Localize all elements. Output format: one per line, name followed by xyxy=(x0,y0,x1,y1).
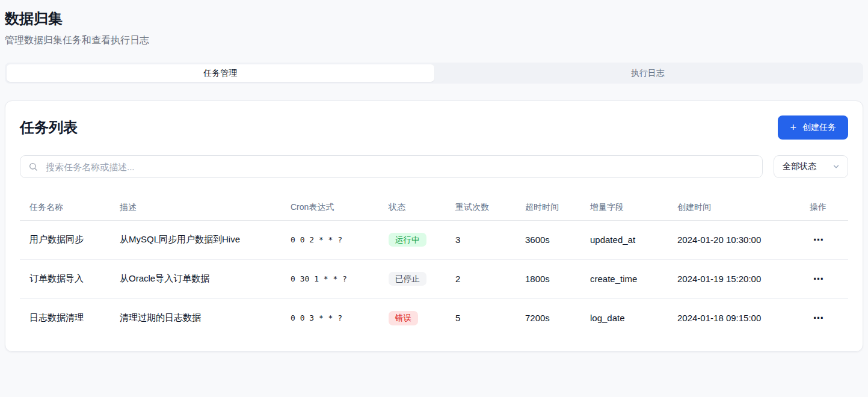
cell-status: 运行中 xyxy=(379,220,446,259)
cell-cron: 0 0 3 * * ? xyxy=(281,298,379,337)
row-actions-button[interactable]: ⋯ xyxy=(811,312,826,324)
col-task-name: 任务名称 xyxy=(20,195,110,220)
create-task-button[interactable]: + 创建任务 xyxy=(778,115,848,140)
cell-retry-count: 3 xyxy=(446,220,516,259)
status-filter-select[interactable]: 全部状态 xyxy=(774,155,848,178)
search-input[interactable] xyxy=(20,155,763,178)
cell-timeout: 7200s xyxy=(516,298,580,337)
cell-description: 清理过期的日志数据 xyxy=(110,298,281,337)
col-actions: 操作 xyxy=(800,195,848,220)
cell-created-at: 2024-01-18 09:15:00 xyxy=(668,298,800,337)
create-task-label: 创建任务 xyxy=(802,122,836,133)
col-cron: Cron表达式 xyxy=(281,195,379,220)
status-badge: 已停止 xyxy=(389,272,426,286)
cell-cron: 0 30 1 * * ? xyxy=(281,259,379,298)
table-row: 日志数据清理 清理过期的日志数据 0 0 3 * * ? 错误 5 7200s … xyxy=(20,298,848,337)
cell-actions: ⋯ xyxy=(800,298,848,337)
search-icon xyxy=(28,162,38,171)
tab-bar: 任务管理 执行日志 xyxy=(5,63,863,84)
cell-description: 从Oracle导入订单数据 xyxy=(110,259,281,298)
task-table: 任务名称 描述 Cron表达式 状态 重试次数 超时时间 增量字段 创建时间 操… xyxy=(20,195,848,337)
cell-incremental-field: create_time xyxy=(580,259,668,298)
cell-actions: ⋯ xyxy=(800,259,848,298)
cell-task-name: 订单数据导入 xyxy=(20,259,110,298)
status-badge: 错误 xyxy=(389,311,418,325)
row-actions-button[interactable]: ⋯ xyxy=(811,233,826,246)
cell-actions: ⋯ xyxy=(800,220,848,259)
col-timeout: 超时时间 xyxy=(516,195,580,220)
cell-retry-count: 5 xyxy=(446,298,516,337)
cell-description: 从MySQL同步用户数据到Hive xyxy=(110,220,281,259)
status-badge: 运行中 xyxy=(389,233,426,247)
table-row: 订单数据导入 从Oracle导入订单数据 0 30 1 * * ? 已停止 2 … xyxy=(20,259,848,298)
cell-timeout: 3600s xyxy=(516,220,580,259)
table-row: 用户数据同步 从MySQL同步用户数据到Hive 0 0 2 * * ? 运行中… xyxy=(20,220,848,259)
col-retry-count: 重试次数 xyxy=(446,195,516,220)
page: 数据归集 管理数据归集任务和查看执行日志 任务管理 执行日志 任务列表 + 创建… xyxy=(0,0,868,352)
cell-status: 已停止 xyxy=(379,259,446,298)
task-list-card: 任务列表 + 创建任务 全部状态 xyxy=(5,100,863,352)
tab-execution-logs[interactable]: 执行日志 xyxy=(434,64,862,82)
col-created-at: 创建时间 xyxy=(668,195,800,220)
cell-task-name: 日志数据清理 xyxy=(20,298,110,337)
row-actions-button[interactable]: ⋯ xyxy=(811,272,826,285)
controls-row: 全部状态 xyxy=(20,155,848,178)
cell-created-at: 2024-01-19 15:20:00 xyxy=(668,259,800,298)
chevron-down-icon xyxy=(832,162,840,171)
col-description: 描述 xyxy=(110,195,281,220)
cell-task-name: 用户数据同步 xyxy=(20,220,110,259)
cell-created-at: 2024-01-20 10:30:00 xyxy=(668,220,800,259)
table-header-row: 任务名称 描述 Cron表达式 状态 重试次数 超时时间 增量字段 创建时间 操… xyxy=(20,195,848,220)
cell-status: 错误 xyxy=(379,298,446,337)
cell-cron: 0 0 2 * * ? xyxy=(281,220,379,259)
col-incremental-field: 增量字段 xyxy=(580,195,668,220)
page-title: 数据归集 xyxy=(5,10,863,28)
cell-incremental-field: log_date xyxy=(580,298,668,337)
plus-icon: + xyxy=(790,122,796,133)
col-status: 状态 xyxy=(379,195,446,220)
cell-timeout: 1800s xyxy=(516,259,580,298)
tab-task-management[interactable]: 任务管理 xyxy=(7,64,434,82)
status-filter-value: 全部状态 xyxy=(783,161,816,172)
cell-retry-count: 2 xyxy=(446,259,516,298)
cell-incremental-field: updated_at xyxy=(580,220,668,259)
card-title: 任务列表 xyxy=(20,118,78,137)
page-subtitle: 管理数据归集任务和查看执行日志 xyxy=(5,34,863,47)
card-header: 任务列表 + 创建任务 xyxy=(20,115,848,140)
search-box xyxy=(20,155,763,178)
